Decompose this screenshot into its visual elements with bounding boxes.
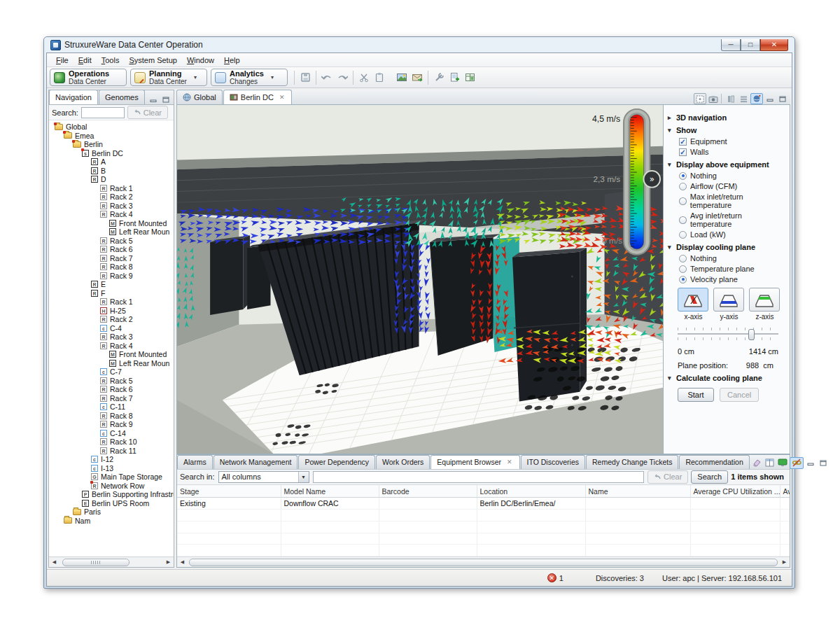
tree-item-f[interactable]: RF — [49, 289, 174, 298]
checkbox-equipment[interactable]: ✓Equipment — [679, 137, 785, 146]
redo-icon[interactable] — [335, 70, 350, 85]
section-cooling-plane[interactable]: ▾Display cooling plane — [668, 243, 785, 251]
radio-avg-inlet-return-temperature[interactable]: Avg inlet/return temperature — [679, 211, 785, 228]
tree-item-rack-5[interactable]: RRack 5 — [49, 377, 174, 386]
menu-edit[interactable]: Edit — [74, 55, 97, 66]
tree-item-d[interactable]: RD — [49, 175, 174, 184]
paste-icon[interactable] — [372, 70, 387, 85]
equipment-search-input[interactable] — [313, 471, 645, 483]
3d-view[interactable]: » 4,5 m/s 2,3 m/s 0 m/s — [176, 105, 664, 454]
tree-item-i-13[interactable]: cI-13 — [49, 464, 174, 473]
tree-item-a[interactable]: RA — [49, 158, 174, 167]
tree-item-rack-2[interactable]: RRack 2 — [49, 315, 174, 324]
tree-item-paris[interactable]: Paris — [49, 507, 174, 517]
tree-item-rack-7[interactable]: RRack 7 — [49, 254, 174, 263]
tile-horizontal-icon[interactable] — [738, 94, 749, 104]
menu-window[interactable]: Window — [182, 55, 219, 66]
section-display-above[interactable]: ▾Display above equipment — [668, 160, 785, 169]
export-image-icon[interactable] — [394, 70, 410, 85]
table-hscrollbar[interactable]: ◀ ▶ — [177, 556, 790, 567]
table-edit-icon[interactable] — [462, 70, 477, 85]
tree-item-c-4[interactable]: cC-4 — [49, 324, 174, 333]
maximize-panel-icon[interactable] — [160, 94, 172, 104]
tree-item-front-mounted[interactable]: MFront Mounted — [49, 219, 174, 228]
cancel-button[interactable]: Cancel — [720, 388, 759, 402]
radio-velocity-plane[interactable]: Velocity plane — [679, 275, 785, 284]
tree-item-berlin[interactable]: Berlin — [49, 140, 174, 149]
snapshot-icon[interactable] — [708, 94, 719, 104]
maximize-panel-icon[interactable] — [818, 458, 829, 468]
tab-recommendation[interactable]: Recommendation — [679, 455, 749, 469]
tab-equipment-browser[interactable]: Equipment Browser✕ — [430, 455, 519, 469]
column-header-location[interactable]: Location — [477, 485, 585, 498]
tree-item-rack-4[interactable]: RRack 4 — [49, 210, 174, 219]
tree-search-input[interactable] — [81, 107, 125, 118]
z-axis-button[interactable] — [749, 288, 780, 312]
tree-item-rack-10[interactable]: RRack 10 — [49, 438, 174, 447]
menu-file[interactable]: File — [51, 55, 74, 66]
dropdown-arrow-icon[interactable]: ▾ — [271, 74, 274, 80]
tab-power-dependency[interactable]: Power Dependency — [298, 455, 375, 469]
y-axis-button[interactable] — [713, 288, 744, 312]
section-show[interactable]: ▾Show — [668, 126, 785, 134]
dropdown-arrow-icon[interactable]: ▾ — [194, 74, 197, 80]
tab-berlin-dc[interactable]: Berlin DC✕ — [223, 90, 293, 104]
undo-icon[interactable] — [319, 70, 335, 85]
analytics-mode-button[interactable]: AnalyticsChanges ▾ — [211, 69, 288, 86]
tile-vertical-icon[interactable] — [725, 94, 736, 104]
tab-genomes[interactable]: Genomes — [99, 90, 145, 104]
monitor-icon[interactable] — [777, 458, 788, 468]
link-selection-icon[interactable] — [790, 457, 804, 469]
start-button[interactable]: Start — [678, 388, 714, 402]
column-header-stage[interactable]: Stage — [177, 485, 281, 498]
menu-tools[interactable]: Tools — [97, 55, 125, 66]
operations-mode-button[interactable]: OperationsData Center — [50, 69, 127, 86]
table-columns-icon[interactable] — [764, 458, 776, 468]
maximize-panel-icon[interactable] — [777, 94, 788, 104]
minimize-panel-icon[interactable] — [148, 94, 159, 104]
tab-alarms[interactable]: Alarms — [177, 455, 213, 469]
table-row[interactable]: ExistingDownflow CRACBerlin DC/Berlin/Em… — [177, 498, 790, 510]
column-header-model-name[interactable]: Model Name — [281, 485, 379, 498]
radio-airflow-cfm-[interactable]: Airflow (CFM) — [679, 182, 785, 190]
eraser-icon[interactable] — [752, 458, 763, 468]
tree-item-berlin-dc[interactable]: sBerlin DC — [49, 149, 174, 158]
close-tab-icon[interactable]: ✕ — [278, 93, 286, 102]
fit-view-icon[interactable] — [694, 93, 706, 104]
tab-work-orders[interactable]: Work Orders — [376, 455, 430, 469]
column-header-average-cpu-utilization-[interactable]: Average CPU Utilization ... — [690, 485, 780, 498]
tree-hscrollbar[interactable]: ◀ ▶ — [49, 556, 174, 567]
tree-item-rack-3[interactable]: RRack 3 — [49, 202, 174, 211]
tree-item-berlin-supporting-infrastru[interactable]: PBerlin Supporting Infrastru — [49, 490, 174, 499]
tree-item-rack-11[interactable]: RRack 11 — [49, 447, 174, 456]
radio-load-kw-[interactable]: Load (kW) — [679, 230, 785, 239]
section-3d-navigation[interactable]: ▸3D navigation — [668, 113, 785, 122]
radio-nothing[interactable]: Nothing — [679, 254, 785, 262]
tree-item-rack-4[interactable]: RRack 4 — [49, 342, 174, 351]
tree-item-rack-2[interactable]: RRack 2 — [49, 192, 174, 202]
tree-item-emea[interactable]: Emea — [49, 132, 174, 141]
tree-item-rack-5[interactable]: RRack 5 — [49, 237, 174, 246]
tree-item-rack-6[interactable]: RRack 6 — [49, 245, 174, 254]
menu-system-setup[interactable]: System Setup — [124, 55, 181, 66]
tree-item-rack-1[interactable]: RRack 1 — [49, 184, 174, 193]
tab-global[interactable]: Global — [176, 90, 223, 104]
plane-position-value[interactable]: 988 — [735, 361, 759, 370]
tree-item-rack-1[interactable]: RRack 1 — [49, 298, 174, 307]
close-button[interactable]: ✕ — [760, 39, 788, 51]
search-column-select[interactable]: All columns ▼ — [218, 471, 309, 483]
minimize-panel-icon[interactable] — [805, 458, 816, 468]
new-document-icon[interactable] — [447, 70, 462, 85]
mail-icon[interactable] — [410, 70, 425, 85]
tree-item-rack-9[interactable]: RRack 9 — [49, 272, 174, 281]
tree-item-nam[interactable]: Nam — [49, 517, 174, 526]
column-header-average-pow[interactable]: Average Pow — [780, 485, 790, 498]
tree-item-e[interactable]: RE — [49, 280, 174, 289]
x-axis-button[interactable] — [678, 288, 708, 312]
tree-item-rack-8[interactable]: RRack 8 — [49, 412, 174, 421]
tree-item-b[interactable]: RB — [49, 167, 174, 176]
minimize-panel-icon[interactable] — [764, 94, 776, 104]
tools-icon[interactable] — [431, 70, 447, 85]
tab-remedy-change-tickets[interactable]: Remedy Change Tickets — [586, 455, 678, 469]
plane-position-slider[interactable] — [678, 328, 778, 340]
